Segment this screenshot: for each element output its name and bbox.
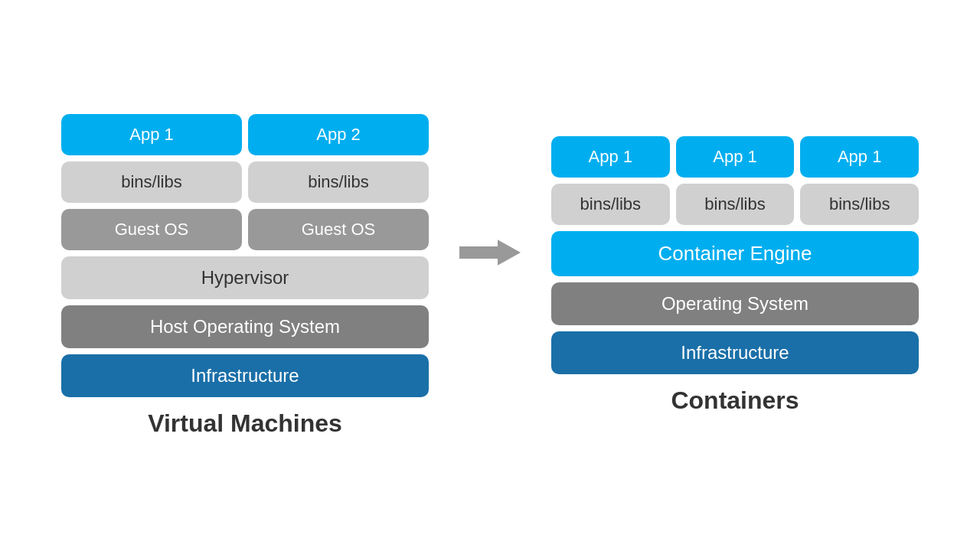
ct-engine-box: Container Engine xyxy=(551,231,919,276)
vm-stack: App 1 App 2 bins/libs bins/libs Guest OS xyxy=(61,114,429,397)
vm-infra-box: Infrastructure xyxy=(61,354,429,397)
vm-guestos2-box: Guest OS xyxy=(248,209,429,250)
ct-infra-box: Infrastructure xyxy=(551,331,919,374)
ct-bins1-box: bins/libs xyxy=(551,184,670,225)
vm-bins2-box: bins/libs xyxy=(248,161,429,203)
vm-guestos-row: Guest OS Guest OS xyxy=(61,209,429,250)
ct-engine-row: Container Engine xyxy=(551,231,919,276)
vm-app-row: App 1 App 2 xyxy=(61,114,429,155)
containers-column: App 1 App 1 App 1 bins/libs bins/libs xyxy=(551,136,919,415)
ct-app2-box: App 1 xyxy=(676,136,795,178)
containers-title: Containers xyxy=(671,386,799,415)
container-stack: App 1 App 1 App 1 bins/libs bins/libs xyxy=(551,136,919,374)
ct-app3-box: App 1 xyxy=(800,136,919,178)
vm-bins-row: bins/libs bins/libs xyxy=(61,161,429,203)
vm-hostos-box: Host Operating System xyxy=(61,305,429,348)
virtual-machines-column: App 1 App 2 bins/libs bins/libs Guest OS xyxy=(61,114,429,438)
vm-hypervisor-box: Hypervisor xyxy=(61,256,429,299)
ct-os-box: Operating System xyxy=(551,282,919,325)
arrow-container xyxy=(459,233,521,272)
ct-app-row: App 1 App 1 App 1 xyxy=(551,136,919,178)
vm-infra-row: Infrastructure xyxy=(61,354,429,397)
diagram-wrapper: App 1 App 2 bins/libs bins/libs Guest OS xyxy=(46,99,934,453)
ct-bins2-box: bins/libs xyxy=(676,184,795,225)
vm-hostos-row: Host Operating System xyxy=(61,305,429,348)
svg-marker-0 xyxy=(459,240,521,265)
vm-guestos1-box: Guest OS xyxy=(61,209,242,250)
ct-bins3-box: bins/libs xyxy=(800,184,919,225)
ct-infra-row: Infrastructure xyxy=(551,331,919,374)
vm-bins1-box: bins/libs xyxy=(61,161,242,203)
vm-app2-box: App 2 xyxy=(248,114,429,155)
vm-app1-box: App 1 xyxy=(61,114,242,155)
vm-title: Virtual Machines xyxy=(148,409,342,438)
arrow-icon xyxy=(459,233,521,272)
ct-bins-row: bins/libs bins/libs bins/libs xyxy=(551,184,919,225)
vm-hypervisor-row: Hypervisor xyxy=(61,256,429,299)
ct-app1-box: App 1 xyxy=(551,136,670,178)
ct-os-row: Operating System xyxy=(551,282,919,325)
